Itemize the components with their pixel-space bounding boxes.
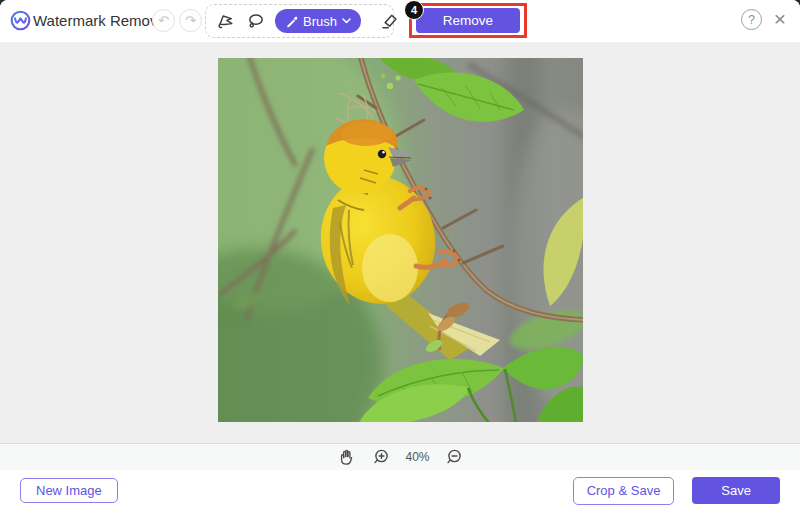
- chevron-down-icon: [342, 18, 351, 24]
- save-button[interactable]: Save: [692, 477, 780, 504]
- highlight-annotation-box: Remove: [409, 3, 527, 38]
- polygon-lasso-icon: [215, 11, 236, 32]
- brush-tool-button[interactable]: Brush: [275, 9, 361, 33]
- redo-button[interactable]: ↷: [179, 9, 202, 32]
- selection-tools-group: Brush: [205, 4, 394, 38]
- close-icon: ×: [774, 7, 786, 30]
- app-title: Watermark Remover: [33, 12, 171, 29]
- hand-icon: [337, 448, 356, 467]
- eraser-tool-button[interactable]: [379, 10, 400, 32]
- photo-bird-on-branch[interactable]: [218, 58, 583, 422]
- zoom-in-icon: [372, 448, 390, 466]
- zoom-in-button[interactable]: [370, 446, 392, 468]
- app-logo-icon: [10, 10, 31, 31]
- new-image-button[interactable]: New Image: [20, 478, 118, 503]
- editing-canvas: [0, 42, 800, 443]
- hand-tool-button[interactable]: [335, 446, 357, 468]
- footer-bar: New Image Crop & Save Save: [0, 470, 800, 511]
- undo-icon: ↶: [158, 13, 169, 28]
- zoom-out-button[interactable]: [443, 446, 465, 468]
- undo-button[interactable]: ↶: [152, 9, 175, 32]
- redo-icon: ↷: [185, 13, 196, 28]
- close-button[interactable]: ×: [768, 5, 792, 33]
- eraser-icon: [379, 11, 400, 32]
- remove-button[interactable]: Remove: [416, 8, 520, 33]
- help-icon: ?: [748, 13, 755, 27]
- zoom-level-label: 40%: [405, 450, 429, 464]
- lasso-tool-button[interactable]: [245, 10, 266, 32]
- brush-tool-label: Brush: [303, 14, 337, 29]
- zoom-out-icon: [445, 448, 463, 466]
- help-button[interactable]: ?: [741, 9, 762, 30]
- brush-icon: [285, 15, 298, 28]
- lasso-icon: [245, 11, 266, 32]
- zoom-toolbar: 40%: [0, 443, 800, 470]
- header-bar: Watermark Remover ↶ ↷: [0, 0, 800, 42]
- polygon-lasso-tool-button[interactable]: [215, 10, 236, 32]
- watermark-remover-window: Watermark Remover ↶ ↷: [0, 0, 800, 511]
- step-badge: 4: [404, 0, 424, 20]
- crop-save-button[interactable]: Crop & Save: [573, 477, 675, 505]
